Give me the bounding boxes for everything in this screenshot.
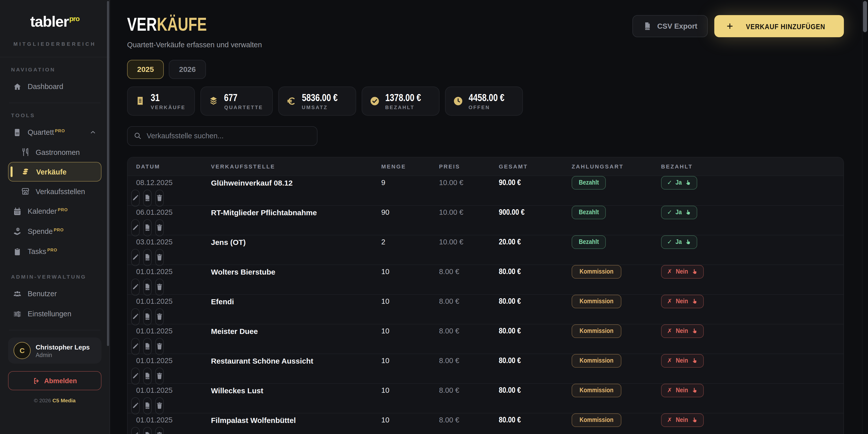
stat-card-clock: 4458.00 €OFFEN [445, 87, 523, 116]
trash-icon [156, 283, 163, 291]
row-actions: PDF [136, 338, 211, 355]
year-tab-2026[interactable]: 2026 [169, 60, 206, 79]
receipt-icon [135, 96, 145, 106]
row-actions: PDF [136, 427, 211, 434]
trash-icon [156, 254, 163, 261]
bezahlt-toggle[interactable]: ✗Nein [661, 265, 704, 279]
pro-badge: PRO [58, 207, 68, 212]
sidebar-item-label: KalenderPRO [28, 207, 68, 215]
row-actions: PDF [136, 308, 211, 325]
delete-button[interactable] [155, 279, 164, 296]
edit-button[interactable] [131, 368, 140, 385]
sidebar-item-einstellungen[interactable]: Einstellungen [8, 304, 101, 324]
user-card[interactable]: C Christopher Leps Admin [8, 338, 101, 364]
add-sale-button[interactable]: VERKAUF HINZUFÜGEN [714, 15, 844, 37]
cell-verkaufsstelle: RT-Mitglieder Pflichtabnahme [211, 208, 381, 217]
trash-icon [156, 402, 163, 410]
sidebar-footer: © 2026 C5 Media [8, 397, 101, 403]
logout-button[interactable]: Abmelden [8, 371, 101, 390]
csv-export-button[interactable]: CSV CSV Export [633, 15, 708, 37]
edit-button[interactable] [131, 427, 140, 434]
delete-button[interactable] [155, 249, 164, 266]
stat-value: 4458.00 € [468, 92, 504, 103]
cell-preis: 10.00 € [439, 208, 499, 216]
pdf-export-button[interactable]: PDF [143, 249, 152, 266]
sidebar-item-verkaeufe[interactable]: Verkäufe [8, 162, 101, 181]
bezahlt-toggle[interactable]: ✗Nein [661, 354, 704, 368]
edit-button[interactable] [131, 308, 140, 325]
stat-value: 677 [224, 92, 238, 103]
delete-button[interactable] [155, 338, 164, 355]
delete-button[interactable] [155, 427, 164, 434]
pdf-file-icon: PDF [144, 313, 151, 321]
sidebar-item-kalender[interactable]: KalenderPRO [8, 201, 101, 221]
pdf-export-button[interactable]: PDF [143, 368, 152, 385]
sidebar-item-spende[interactable]: SpendePRO [8, 221, 101, 241]
donate-hand-icon [13, 227, 22, 236]
delete-button[interactable] [155, 368, 164, 385]
pdf-export-button[interactable]: PDF [143, 219, 152, 236]
svg-text:PDF: PDF [146, 199, 149, 201]
cell-gesamt: 20.00 € [499, 238, 521, 247]
delete-button[interactable] [155, 219, 164, 236]
pdf-file-icon: PDF [144, 372, 151, 380]
edit-button[interactable] [131, 397, 140, 414]
sidebar-item-label: Verkäufe [36, 168, 67, 176]
delete-button[interactable] [155, 308, 164, 325]
bezahlt-toggle[interactable]: ✓Ja [661, 235, 697, 249]
cell-datum: 01.01.2025 [136, 386, 211, 395]
main-content: VERKÄUFE Quartett-Verkäufe erfassen und … [110, 0, 868, 434]
bezahlt-toggle[interactable]: ✓Ja [661, 176, 697, 190]
sidebar-scrollbar-thumb[interactable] [107, 1, 109, 346]
bezahlt-toggle[interactable]: ✗Nein [661, 324, 704, 338]
sales-table: DATUM VERKAUFSSTELLE MENGE PREIS GESAMT … [127, 157, 844, 434]
pdf-file-icon: PDF [144, 402, 151, 410]
edit-button[interactable] [131, 190, 140, 207]
pdf-export-button[interactable]: PDF [143, 338, 152, 355]
zahlungsart-badge: Kommission [571, 295, 621, 308]
header-actions: CSV CSV Export VERKAUF HINZUFÜGEN [633, 15, 844, 37]
edit-button[interactable] [131, 249, 140, 266]
pdf-export-button[interactable]: PDF [143, 397, 152, 414]
sidebar-item-label: Dashboard [28, 83, 63, 90]
bezahlt-toggle[interactable]: ✗Nein [661, 384, 704, 397]
sidebar-item-verkaufsstellen[interactable]: Verkaufsstellen [8, 181, 101, 201]
bezahlt-toggle[interactable]: ✓Ja [661, 206, 697, 219]
sidebar-item-gastronomen[interactable]: Gastronomen [8, 142, 101, 162]
stat-card-receipt: 31VERKÄUFE [127, 87, 195, 116]
bezahlt-toggle[interactable]: ✗Nein [661, 413, 704, 427]
pdf-export-button[interactable]: PDF [143, 308, 152, 325]
pdf-export-button[interactable]: PDF [143, 279, 152, 296]
page-scrollbar-thumb[interactable] [863, 1, 867, 32]
year-tab-2025[interactable]: 2025 [127, 60, 164, 79]
sidebar-item-dashboard[interactable]: Dashboard [8, 77, 101, 96]
sidebar-item-benutzer[interactable]: Benutzer [8, 284, 101, 304]
year-tabs: 20252026 [127, 60, 844, 79]
delete-button[interactable] [155, 397, 164, 414]
sidebar-item-tasks[interactable]: TasksPRO [8, 241, 101, 261]
app-logo[interactable]: tablerpro [0, 13, 110, 30]
edit-button[interactable] [131, 279, 140, 296]
edit-button[interactable] [131, 338, 140, 355]
tap-hand-icon [692, 358, 698, 364]
pdf-export-button[interactable]: PDF [143, 427, 152, 434]
edit-button[interactable] [131, 219, 140, 236]
pdf-export-button[interactable]: PDF [143, 190, 152, 207]
cell-menge: 90 [381, 208, 439, 216]
sidebar-item-label: TasksPRO [28, 248, 57, 256]
row-actions: PDF [136, 368, 211, 385]
table-header: DATUM VERKAUFSSTELLE MENGE PREIS GESAMT … [128, 157, 843, 175]
bezahlt-toggle[interactable]: ✗Nein [661, 295, 704, 308]
stat-value: 5836.00 € [302, 92, 337, 103]
clock-icon [453, 96, 463, 106]
page-scrollbar[interactable] [862, 0, 868, 434]
search-input[interactable] [127, 126, 317, 146]
stat-label: OFFEN [468, 105, 513, 110]
sidebar-item-quartett[interactable]: QuartettPRO [8, 122, 101, 142]
table-row: 01.01.2025Restaurant Schöne Aussicht108.… [128, 353, 843, 383]
cell-verkaufsstelle: Jens (OT) [211, 238, 381, 247]
cross-icon: ✗ [667, 298, 672, 305]
cell-menge: 9 [381, 179, 439, 187]
table-row: 01.01.2025Meister Duee108.00 €80.00 €Kom… [128, 324, 843, 353]
delete-button[interactable] [155, 190, 164, 207]
